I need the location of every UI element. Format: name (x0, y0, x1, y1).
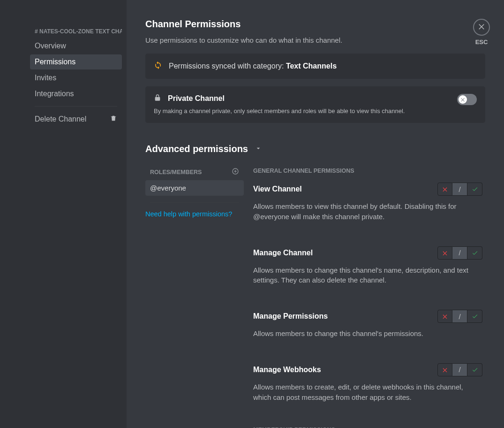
main-content: ESC Channel Permissions Use permissions … (127, 0, 504, 428)
perm-manage-permissions-allow[interactable] (467, 310, 482, 323)
page-title: Channel Permissions (145, 19, 485, 30)
perm-view-channel-name: View Channel (253, 185, 302, 193)
perm-manage-permissions-deny[interactable] (437, 310, 452, 323)
settings-sidebar: # NATES-COOL-ZONE TEXT CHANNELS Overview… (0, 0, 127, 428)
perm-view-channel-deny[interactable] (437, 183, 452, 196)
slash-icon: / (459, 249, 460, 257)
perm-manage-permissions-toggle: / (437, 310, 482, 323)
nav-delete-channel-label: Delete Channel (35, 115, 86, 123)
trash-icon (110, 115, 117, 124)
perm-view-channel-neutral[interactable]: / (452, 183, 467, 196)
sync-icon (154, 61, 162, 71)
perm-manage-channel-allow[interactable] (467, 246, 482, 260)
sync-category: Text Channels (286, 62, 337, 70)
roles-divider (150, 202, 239, 203)
permissions-column: GENERAL CHANNEL PERMISSIONS View Channel… (253, 164, 485, 428)
sidebar-channel-header: # NATES-COOL-ZONE TEXT CHANNELS (30, 28, 122, 38)
private-channel-card: Private Channel By making a channel priv… (145, 86, 485, 123)
chevron-down-icon (255, 144, 262, 154)
permissions-help-link[interactable]: Need help with permissions? (145, 209, 244, 219)
perm-manage-webhooks-name: Manage Webhooks (253, 366, 321, 374)
nav-overview[interactable]: Overview (30, 38, 122, 54)
close-label: ESC (473, 38, 490, 46)
private-channel-title-row: Private Channel (154, 94, 451, 103)
perm-manage-webhooks-desc: Allows members to create, edit, or delet… (253, 382, 482, 403)
close-area: ESC (473, 19, 490, 46)
roles-header: ROLES/MEMBERS (145, 164, 244, 176)
perm-manage-webhooks-deny[interactable] (437, 363, 452, 376)
page-subtitle: Use permissions to customize who can do … (145, 36, 485, 44)
nav-integrations[interactable]: Integrations (30, 86, 122, 101)
perm-manage-channel-desc: Allows members to change this channel's … (253, 265, 482, 286)
perm-manage-webhooks-allow[interactable] (467, 363, 482, 376)
sync-text: Permissions synced with category: Text C… (169, 62, 337, 70)
perm-manage-channel-neutral[interactable]: / (452, 246, 467, 260)
private-channel-title: Private Channel (168, 94, 225, 103)
add-role-button[interactable] (232, 168, 239, 176)
sync-banner: Permissions synced with category: Text C… (145, 54, 485, 79)
perm-manage-webhooks-neutral[interactable]: / (452, 363, 467, 376)
nav-permissions[interactable]: Permissions (30, 54, 122, 69)
perm-manage-permissions-desc: Allows members to change this channel's … (253, 329, 482, 339)
perm-manage-channel-deny[interactable] (437, 246, 452, 260)
slash-icon: / (459, 313, 460, 321)
perm-manage-channel-name: Manage Channel (253, 249, 313, 257)
perm-view-channel-allow[interactable] (467, 183, 482, 196)
close-button[interactable] (473, 19, 490, 36)
nav-invites-label: Invites (35, 74, 56, 82)
sidebar-divider (35, 106, 117, 107)
nav-invites[interactable]: Invites (30, 70, 122, 85)
advanced-permissions-label: Advanced permissions (145, 144, 248, 154)
close-icon (477, 22, 486, 32)
perm-manage-permissions: Manage Permissions / Allows members to c… (253, 310, 482, 339)
nav-delete-channel[interactable]: Delete Channel (30, 111, 122, 127)
private-channel-desc: By making a channel private, only select… (154, 107, 451, 115)
roles-header-label: ROLES/MEMBERS (150, 169, 202, 176)
slash-icon: / (459, 366, 460, 374)
toggle-knob (459, 95, 467, 104)
perm-view-channel-toggle: / (437, 183, 482, 196)
perm-manage-webhooks: Manage Webhooks / Allows members to crea… (253, 363, 482, 403)
perm-manage-channel-toggle: / (437, 246, 482, 260)
nav-integrations-label: Integrations (35, 90, 74, 98)
perm-view-channel-desc: Allows members to view this channel by d… (253, 201, 482, 222)
role-everyone-label: @everyone (150, 184, 186, 192)
perm-manage-channel: Manage Channel / Allows members to chang… (253, 246, 482, 286)
perm-view-channel: View Channel / Allows members to view th… (253, 183, 482, 222)
roles-column: ROLES/MEMBERS @everyone Need help with p… (145, 164, 244, 428)
perm-manage-webhooks-toggle: / (437, 363, 482, 376)
slash-icon: / (459, 185, 460, 193)
perm-manage-permissions-neutral[interactable]: / (452, 310, 467, 323)
perm-manage-permissions-name: Manage Permissions (253, 312, 328, 321)
advanced-permissions-header[interactable]: Advanced permissions (145, 144, 485, 154)
private-channel-toggle[interactable] (457, 94, 477, 105)
perm-section-general: GENERAL CHANNEL PERMISSIONS (253, 168, 482, 174)
role-item-everyone[interactable]: @everyone (145, 180, 244, 196)
nav-overview-label: Overview (35, 42, 66, 50)
lock-icon (154, 94, 161, 103)
nav-permissions-label: Permissions (35, 58, 75, 66)
